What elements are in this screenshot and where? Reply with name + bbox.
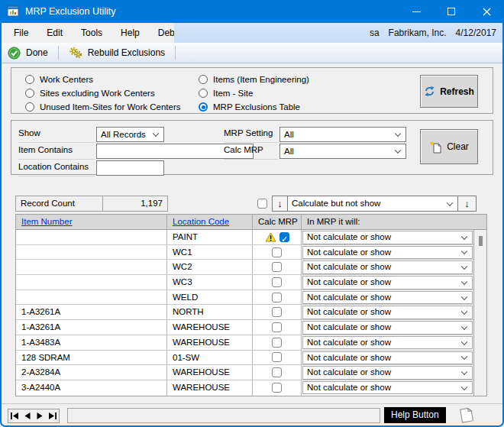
last-record-button[interactable]	[47, 410, 58, 422]
radio-unused-item-sites[interactable]: Unused Item-Sites for Work Centers	[25, 101, 181, 113]
close-button[interactable]	[469, 0, 504, 23]
done-button[interactable]: Done	[0, 44, 56, 61]
session-date[interactable]: 4/12/2017	[456, 27, 496, 38]
bulk-action-controls: ↓ Calculate but not show ↓	[272, 196, 477, 212]
calc-mrp-checkbox[interactable]	[272, 293, 282, 302]
radio-icon[interactable]	[25, 89, 34, 98]
scrollbar-thumb[interactable]	[479, 236, 483, 246]
refresh-icon	[424, 86, 435, 97]
minimize-button[interactable]	[399, 0, 434, 23]
row-action-dropdown[interactable]: Not calculate or show	[302, 336, 473, 350]
radio-icon[interactable]	[199, 75, 208, 84]
clear-button[interactable]: Clear	[420, 129, 478, 164]
calc-mrp-checkbox[interactable]	[272, 383, 282, 393]
radio-icon[interactable]	[199, 89, 208, 98]
menu-edit[interactable]: Edit	[37, 23, 72, 43]
row-action-dropdown[interactable]: Not calculate or show	[302, 351, 473, 365]
titlebar: MRP Exclusion Utility	[0, 0, 504, 23]
cell-calc-mrp	[253, 351, 302, 365]
row-action-value: Not calculate or show	[307, 338, 391, 347]
bulk-action-dropdown[interactable]: Calculate but not show	[288, 196, 458, 212]
row-action-dropdown[interactable]: Not calculate or show	[302, 321, 473, 335]
calc-mrp-checkbox[interactable]	[272, 367, 282, 377]
row-action-dropdown[interactable]: Not calculate or show	[302, 366, 473, 380]
apply-all-down-button[interactable]: ↓	[458, 196, 477, 212]
menu-help[interactable]: Help	[111, 23, 149, 43]
show-dropdown[interactable]: All Records	[96, 127, 164, 142]
cell-action: Not calculate or show	[302, 351, 473, 365]
cell-action: Not calculate or show	[302, 230, 473, 244]
cell-action: Not calculate or show	[302, 380, 473, 396]
calc-mrp-dropdown[interactable]: All	[279, 144, 406, 159]
show-label: Show	[18, 128, 95, 143]
chevron-down-icon	[461, 309, 467, 315]
row-action-dropdown[interactable]: Not calculate or show	[302, 231, 473, 244]
cell-calc-mrp	[253, 230, 302, 244]
radio-label: Work Centers	[40, 75, 93, 84]
calc-mrp-label: Calc MRP	[224, 145, 278, 160]
help-page-icon[interactable]	[457, 406, 476, 427]
session-company[interactable]: Fabrikam, Inc.	[389, 27, 447, 38]
cell-action: Not calculate or show	[302, 275, 473, 290]
calc-mrp-checkbox[interactable]	[272, 277, 282, 287]
first-record-icon	[11, 412, 19, 419]
column-header-location-code[interactable]: Location Code	[173, 217, 229, 226]
cell-location-code: WC2	[167, 260, 253, 274]
new-page-sparkle-icon	[429, 141, 442, 154]
calc-mrp-checkbox[interactable]	[272, 322, 282, 332]
radio-icon[interactable]	[25, 75, 34, 84]
grid-body: PAINT Not calculate or show	[16, 230, 473, 396]
calc-mrp-checkbox[interactable]	[272, 262, 282, 272]
row-action-dropdown[interactable]: Not calculate or show	[302, 381, 473, 395]
radio-icon[interactable]	[25, 102, 34, 112]
rebuild-exclusions-button[interactable]: Rebuild Exclusions	[61, 44, 173, 61]
previous-record-button[interactable]	[21, 410, 33, 422]
menu-file[interactable]: File	[5, 23, 37, 43]
chevron-down-icon	[461, 383, 467, 390]
calc-mrp-checkbox[interactable]	[272, 247, 282, 257]
radio-sites-excluding-work-centers[interactable]: Sites excluding Work Centers	[25, 87, 181, 99]
record-navigation	[8, 409, 60, 423]
mrp-setting-dropdown[interactable]: All	[279, 127, 406, 142]
apply-down-button[interactable]: ↓	[272, 196, 288, 212]
done-label: Done	[26, 47, 48, 58]
minimize-icon	[412, 11, 421, 12]
calc-mrp-checkbox[interactable]	[272, 352, 282, 362]
grid-scrollbar[interactable]	[473, 230, 486, 396]
row-action-value: Not calculate or show	[307, 383, 391, 392]
table-row: 3-A2440A WAREHOUSE Not calculate or show	[16, 380, 473, 396]
filters-group: Show All Records Item Contains Location …	[11, 120, 493, 175]
cell-item-number: 128 SDRAM	[16, 351, 167, 365]
rebuild-exclusions-label: Rebuild Exclusions	[88, 47, 165, 58]
radio-item-site[interactable]: Item - Site	[199, 87, 309, 99]
bulk-select-checkbox[interactable]	[257, 199, 267, 209]
row-action-dropdown[interactable]: Not calculate or show	[302, 291, 473, 305]
radio-mrp-exclusions-table[interactable]: MRP Exclusions Table	[199, 101, 309, 113]
first-record-button[interactable]	[9, 410, 21, 422]
cell-location-code: WAREHOUSE	[167, 365, 253, 380]
radio-work-centers[interactable]: Work Centers	[25, 73, 181, 86]
cell-action: Not calculate or show	[302, 335, 473, 350]
row-action-dropdown[interactable]: Not calculate or show	[302, 260, 473, 274]
cell-item-number: 2-A3284A	[16, 365, 167, 380]
radio-items-item-engineering[interactable]: Items (Item Engineering)	[199, 73, 309, 86]
location-contains-input[interactable]	[96, 160, 164, 176]
calc-mrp-checkbox[interactable]	[279, 232, 289, 242]
radio-icon[interactable]	[199, 102, 208, 112]
menu-tools[interactable]: Tools	[72, 23, 111, 43]
mrp-setting-value: All	[284, 130, 294, 139]
record-count-value: 1,197	[103, 196, 167, 211]
row-action-dropdown[interactable]: Not calculate or show	[302, 276, 473, 290]
maximize-button[interactable]	[434, 0, 469, 23]
cell-action: Not calculate or show	[302, 365, 473, 380]
calc-mrp-checkbox[interactable]	[272, 307, 282, 317]
calc-mrp-checkbox[interactable]	[272, 338, 282, 348]
next-record-button[interactable]	[34, 410, 46, 422]
cell-item-number	[16, 230, 167, 244]
row-action-dropdown[interactable]: Not calculate or show	[302, 246, 473, 260]
cell-item-number	[16, 260, 167, 274]
column-header-item-number[interactable]: Item Number	[21, 217, 72, 226]
chevron-down-icon	[461, 338, 467, 345]
refresh-button[interactable]: Refresh	[420, 75, 478, 108]
row-action-dropdown[interactable]: Not calculate or show	[302, 306, 473, 319]
